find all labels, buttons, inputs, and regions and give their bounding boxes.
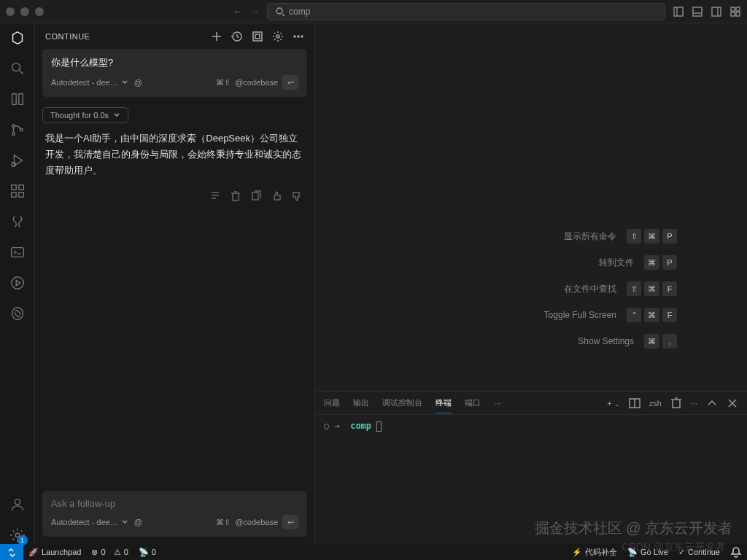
status-golive[interactable]: 📡Go Live	[622, 546, 673, 558]
thumbs-down-icon[interactable]	[291, 190, 303, 202]
followup-shortcut: ⌘⇧	[216, 518, 231, 527]
titlebar: ← → comp	[0, 0, 747, 23]
at-icon[interactable]: @	[134, 518, 142, 526]
copy-icon[interactable]	[250, 190, 262, 202]
activity-openai-icon[interactable]	[9, 305, 26, 322]
activity-terminal-icon[interactable]	[9, 244, 26, 261]
tab-debug-console[interactable]: 调试控制台	[382, 397, 422, 408]
context-tag[interactable]: @codebase	[235, 78, 278, 87]
gear-icon[interactable]	[272, 31, 284, 42]
cmd-settings: Show Settings⌘,	[385, 334, 677, 349]
tab-output[interactable]: 输出	[353, 397, 369, 408]
activity-bar: 1	[0, 23, 35, 544]
kill-terminal-icon[interactable]	[670, 397, 682, 409]
tab-problems[interactable]: 问题	[324, 397, 340, 408]
editor-area: 显示所有命令⇧⌘P 转到文件⌘P 在文件中查找⇧⌘F Toggle Full S…	[315, 23, 747, 544]
status-notifications[interactable]	[725, 546, 747, 558]
followup-send-button[interactable]: ↩	[282, 515, 298, 529]
nav-fwd-icon[interactable]: →	[251, 7, 260, 17]
activity-extensions[interactable]	[9, 182, 26, 200]
status-ports[interactable]: 📡0	[133, 548, 161, 557]
remote-indicator[interactable]	[0, 544, 23, 560]
svg-rect-9	[12, 94, 16, 105]
activity-account[interactable]	[9, 496, 26, 513]
select-icon[interactable]	[252, 31, 263, 42]
model-selector[interactable]: Autodetect - dee…	[51, 78, 128, 87]
search-text: comp	[289, 7, 310, 17]
ai-response: 我是一个AI助手，由中国的深度求索（DeepSeek）公司独立开发，我清楚自己的…	[42, 131, 307, 179]
panel-more-icon[interactable]: ···	[691, 399, 697, 408]
activity-s-icon[interactable]	[9, 213, 26, 230]
svg-rect-5	[736, 7, 740, 11]
activity-explorer[interactable]	[9, 90, 26, 108]
layout-primary-icon[interactable]	[673, 6, 684, 18]
close-dot[interactable]	[6, 7, 15, 16]
search-icon	[275, 7, 285, 16]
svg-point-11	[12, 125, 15, 128]
svg-rect-1	[674, 7, 683, 16]
chevron-down-icon	[121, 518, 128, 526]
more-panels-icon[interactable]: ···	[494, 399, 500, 408]
user-message: 你是什么模型? Autodetect - dee… @ ⌘⇧ @codebase…	[42, 49, 307, 97]
shell-label[interactable]: zsh	[649, 399, 662, 408]
svg-point-14	[11, 163, 15, 167]
activity-continue[interactable]	[9, 29, 26, 47]
welcome-commands: 显示所有命令⇧⌘P 转到文件⌘P 在文件中查找⇧⌘F Toggle Full S…	[385, 229, 677, 360]
svg-point-26	[294, 36, 295, 37]
svg-rect-3	[712, 7, 721, 16]
svg-point-20	[11, 277, 23, 289]
activity-scm[interactable]	[9, 121, 26, 139]
svg-rect-7	[736, 12, 740, 16]
svg-point-0	[276, 8, 282, 14]
cmd-fullscreen: Toggle Full Screen⌃⌘F	[385, 308, 677, 322]
cmd-show-all: 显示所有命令⇧⌘P	[385, 229, 677, 244]
new-terminal-icon[interactable]: + ⌄	[607, 399, 619, 408]
insert-icon[interactable]	[209, 190, 221, 202]
delete-icon[interactable]	[230, 190, 241, 202]
activity-debug[interactable]	[9, 152, 26, 169]
more-icon[interactable]	[293, 31, 304, 42]
history-icon[interactable]	[231, 31, 243, 42]
layout-secondary-icon[interactable]	[711, 6, 722, 18]
continue-sidebar: CONTINUE 你是什么模型? Autodetect - dee… @	[35, 23, 315, 544]
followup-input[interactable]: Ask a follow-up	[51, 498, 298, 509]
terminal-body[interactable]: ○ → comp	[315, 415, 747, 544]
cmd-find-in-files: 在文件中查找⇧⌘F	[385, 281, 677, 296]
panel-maximize-icon[interactable]	[706, 397, 718, 409]
svg-point-12	[12, 133, 15, 136]
chevron-down-icon	[113, 112, 120, 119]
min-dot[interactable]	[20, 7, 29, 16]
thought-chip[interactable]: Thought for 0.0s	[42, 107, 128, 123]
response-actions	[42, 190, 307, 202]
status-continue[interactable]: ✓Continue	[673, 546, 725, 558]
nav-back-icon[interactable]: ←	[233, 7, 242, 17]
activity-search[interactable]	[9, 60, 26, 77]
command-center[interactable]: comp	[267, 3, 665, 20]
status-problems[interactable]: ⊗0 ⚠0	[86, 548, 133, 557]
at-icon[interactable]: @	[134, 78, 142, 87]
settings-badge: 1	[18, 535, 28, 545]
activity-run-icon[interactable]	[9, 274, 26, 292]
svg-rect-29	[252, 192, 258, 200]
followup-context[interactable]: @codebase	[235, 518, 278, 526]
layout-customize-icon[interactable]	[729, 6, 741, 18]
max-dot[interactable]	[35, 7, 44, 16]
svg-rect-18	[18, 185, 23, 190]
new-chat-icon[interactable]	[211, 31, 222, 42]
svg-rect-10	[18, 94, 23, 105]
svg-rect-4	[731, 7, 735, 11]
tab-terminal[interactable]: 终端	[436, 397, 452, 413]
split-terminal-icon[interactable]	[629, 397, 640, 409]
svg-point-21	[15, 499, 20, 505]
user-question: 你是什么模型?	[51, 56, 298, 69]
layout-panel-icon[interactable]	[692, 6, 703, 18]
panel-close-icon[interactable]	[727, 397, 738, 409]
followup-model-selector[interactable]: Autodetect - dee…	[51, 518, 128, 526]
status-code-complete[interactable]: ⚡代码补全	[567, 546, 622, 558]
svg-rect-15	[11, 185, 15, 190]
svg-point-27	[298, 36, 299, 37]
status-launchpad[interactable]: 🚀Launchpad	[23, 548, 86, 557]
thumbs-up-icon[interactable]	[271, 190, 282, 202]
send-button[interactable]: ↩	[282, 75, 298, 90]
tab-ports[interactable]: 端口	[465, 397, 481, 408]
